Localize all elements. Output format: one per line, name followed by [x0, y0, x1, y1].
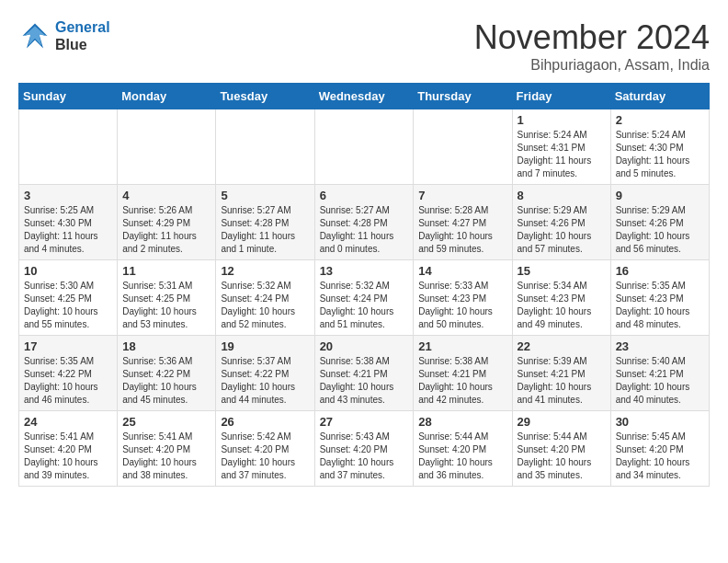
day-cell: 13Sunrise: 5:32 AM Sunset: 4:24 PM Dayli… — [314, 260, 414, 336]
day-number: 10 — [24, 264, 112, 278]
day-cell: 26Sunrise: 5:42 AM Sunset: 4:20 PM Dayli… — [216, 411, 314, 487]
day-cell: 18Sunrise: 5:36 AM Sunset: 4:22 PM Dayli… — [118, 336, 216, 411]
day-cell: 10Sunrise: 5:30 AM Sunset: 4:25 PM Dayli… — [19, 260, 118, 336]
day-info: Sunrise: 5:28 AM Sunset: 4:27 PM Dayligh… — [418, 204, 506, 256]
day-number: 28 — [418, 415, 506, 429]
day-number: 22 — [518, 339, 606, 353]
day-number: 4 — [122, 189, 210, 202]
logo: General Blue — [18, 18, 110, 53]
day-cell: 4Sunrise: 5:26 AM Sunset: 4:29 PM Daylig… — [118, 185, 216, 260]
week-row-2: 3Sunrise: 5:25 AM Sunset: 4:30 PM Daylig… — [19, 185, 710, 260]
day-number: 5 — [221, 189, 309, 202]
weekday-header-tuesday: Tuesday — [216, 84, 314, 109]
weekday-header-thursday: Thursday — [414, 84, 512, 109]
day-cell — [414, 109, 512, 185]
day-cell: 19Sunrise: 5:37 AM Sunset: 4:22 PM Dayli… — [216, 336, 314, 411]
weekday-header-friday: Friday — [512, 84, 610, 109]
day-cell: 9Sunrise: 5:29 AM Sunset: 4:26 PM Daylig… — [610, 185, 709, 260]
day-number: 21 — [418, 339, 506, 353]
day-cell: 14Sunrise: 5:33 AM Sunset: 4:23 PM Dayli… — [414, 260, 512, 336]
day-info: Sunrise: 5:36 AM Sunset: 4:22 PM Dayligh… — [122, 355, 210, 407]
day-info: Sunrise: 5:30 AM Sunset: 4:25 PM Dayligh… — [24, 280, 112, 331]
day-number: 2 — [616, 113, 704, 127]
day-number: 23 — [616, 339, 704, 353]
day-number: 13 — [320, 264, 409, 278]
day-info: Sunrise: 5:31 AM Sunset: 4:25 PM Dayligh… — [122, 280, 210, 331]
day-cell: 17Sunrise: 5:35 AM Sunset: 4:22 PM Dayli… — [19, 336, 118, 411]
day-number: 20 — [320, 339, 409, 353]
logo-text: General Blue — [55, 18, 110, 53]
day-cell: 29Sunrise: 5:44 AM Sunset: 4:20 PM Dayli… — [512, 411, 610, 487]
day-number: 7 — [418, 189, 506, 202]
day-cell: 12Sunrise: 5:32 AM Sunset: 4:24 PM Dayli… — [216, 260, 314, 336]
day-cell: 20Sunrise: 5:38 AM Sunset: 4:21 PM Dayli… — [314, 336, 414, 411]
day-number: 15 — [518, 264, 606, 278]
day-info: Sunrise: 5:38 AM Sunset: 4:21 PM Dayligh… — [320, 355, 409, 407]
day-info: Sunrise: 5:37 AM Sunset: 4:22 PM Dayligh… — [221, 355, 309, 407]
day-info: Sunrise: 5:42 AM Sunset: 4:20 PM Dayligh… — [221, 431, 309, 482]
day-info: Sunrise: 5:27 AM Sunset: 4:28 PM Dayligh… — [320, 204, 409, 256]
day-number: 9 — [616, 189, 704, 202]
month-title: November 2024 — [474, 18, 710, 57]
day-cell: 22Sunrise: 5:39 AM Sunset: 4:21 PM Dayli… — [512, 336, 610, 411]
day-cell: 27Sunrise: 5:43 AM Sunset: 4:20 PM Dayli… — [314, 411, 414, 487]
day-number: 27 — [320, 415, 409, 429]
day-cell — [216, 109, 314, 185]
day-number: 1 — [518, 113, 606, 127]
day-info: Sunrise: 5:34 AM Sunset: 4:23 PM Dayligh… — [518, 280, 606, 331]
day-cell: 2Sunrise: 5:24 AM Sunset: 4:30 PM Daylig… — [610, 109, 709, 185]
day-number: 19 — [221, 339, 309, 353]
day-info: Sunrise: 5:41 AM Sunset: 4:20 PM Dayligh… — [122, 431, 210, 482]
week-row-4: 17Sunrise: 5:35 AM Sunset: 4:22 PM Dayli… — [19, 336, 710, 411]
day-number: 6 — [320, 189, 409, 202]
calendar-table: SundayMondayTuesdayWednesdayThursdayFrid… — [18, 83, 710, 487]
day-cell: 21Sunrise: 5:38 AM Sunset: 4:21 PM Dayli… — [414, 336, 512, 411]
day-cell: 28Sunrise: 5:44 AM Sunset: 4:20 PM Dayli… — [414, 411, 512, 487]
day-number: 16 — [616, 264, 704, 278]
logo-icon — [18, 19, 51, 52]
day-info: Sunrise: 5:33 AM Sunset: 4:23 PM Dayligh… — [418, 280, 506, 331]
day-number: 8 — [518, 189, 606, 202]
day-cell: 15Sunrise: 5:34 AM Sunset: 4:23 PM Dayli… — [512, 260, 610, 336]
title-area: November 2024 Bihpuriagaon, Assam, India — [474, 18, 710, 74]
day-cell: 3Sunrise: 5:25 AM Sunset: 4:30 PM Daylig… — [19, 185, 118, 260]
day-cell: 7Sunrise: 5:28 AM Sunset: 4:27 PM Daylig… — [414, 185, 512, 260]
day-info: Sunrise: 5:24 AM Sunset: 4:31 PM Dayligh… — [518, 129, 606, 180]
day-info: Sunrise: 5:44 AM Sunset: 4:20 PM Dayligh… — [518, 431, 606, 482]
day-cell — [314, 109, 414, 185]
day-cell: 5Sunrise: 5:27 AM Sunset: 4:28 PM Daylig… — [216, 185, 314, 260]
day-info: Sunrise: 5:25 AM Sunset: 4:30 PM Dayligh… — [24, 204, 112, 256]
day-cell: 1Sunrise: 5:24 AM Sunset: 4:31 PM Daylig… — [512, 109, 610, 185]
day-number: 3 — [24, 189, 112, 202]
day-info: Sunrise: 5:32 AM Sunset: 4:24 PM Dayligh… — [221, 280, 309, 331]
day-cell: 23Sunrise: 5:40 AM Sunset: 4:21 PM Dayli… — [610, 336, 709, 411]
week-row-5: 24Sunrise: 5:41 AM Sunset: 4:20 PM Dayli… — [19, 411, 710, 487]
day-number: 24 — [24, 415, 112, 429]
location-subtitle: Bihpuriagaon, Assam, India — [474, 57, 710, 74]
weekday-header-row: SundayMondayTuesdayWednesdayThursdayFrid… — [19, 84, 710, 109]
day-info: Sunrise: 5:26 AM Sunset: 4:29 PM Dayligh… — [122, 204, 210, 256]
day-number: 29 — [518, 415, 606, 429]
day-info: Sunrise: 5:40 AM Sunset: 4:21 PM Dayligh… — [616, 355, 704, 407]
day-number: 11 — [122, 264, 210, 278]
day-info: Sunrise: 5:38 AM Sunset: 4:21 PM Dayligh… — [418, 355, 506, 407]
weekday-header-monday: Monday — [118, 84, 216, 109]
day-number: 26 — [221, 415, 309, 429]
week-row-3: 10Sunrise: 5:30 AM Sunset: 4:25 PM Dayli… — [19, 260, 710, 336]
day-info: Sunrise: 5:44 AM Sunset: 4:20 PM Dayligh… — [418, 431, 506, 482]
header: General Blue November 2024 Bihpuriagaon,… — [18, 18, 710, 74]
week-row-1: 1Sunrise: 5:24 AM Sunset: 4:31 PM Daylig… — [19, 109, 710, 185]
day-info: Sunrise: 5:32 AM Sunset: 4:24 PM Dayligh… — [320, 280, 409, 331]
day-info: Sunrise: 5:35 AM Sunset: 4:23 PM Dayligh… — [616, 280, 704, 331]
day-info: Sunrise: 5:35 AM Sunset: 4:22 PM Dayligh… — [24, 355, 112, 407]
day-cell: 6Sunrise: 5:27 AM Sunset: 4:28 PM Daylig… — [314, 185, 414, 260]
day-cell: 8Sunrise: 5:29 AM Sunset: 4:26 PM Daylig… — [512, 185, 610, 260]
day-info: Sunrise: 5:24 AM Sunset: 4:30 PM Dayligh… — [616, 129, 704, 180]
day-cell — [118, 109, 216, 185]
weekday-header-wednesday: Wednesday — [314, 84, 414, 109]
day-number: 12 — [221, 264, 309, 278]
svg-marker-1 — [24, 26, 45, 46]
day-info: Sunrise: 5:29 AM Sunset: 4:26 PM Dayligh… — [616, 204, 704, 256]
day-number: 25 — [122, 415, 210, 429]
day-number: 18 — [122, 339, 210, 353]
